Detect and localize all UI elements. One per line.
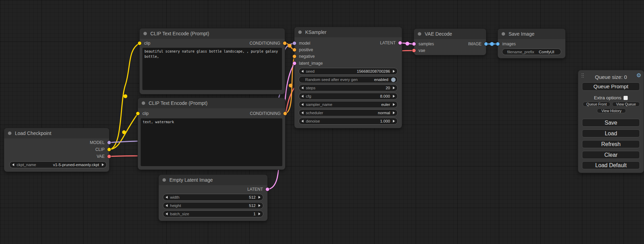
node-title-bar[interactable]: Load Checkpoint bbox=[4, 128, 109, 138]
decrement-arrow-icon[interactable] bbox=[166, 213, 168, 215]
link-dot-conditioning-negative[interactable] bbox=[289, 84, 293, 88]
node-clip-text-encode-positive[interactable]: CLIP Text Encode (Prompt) clip CONDITION… bbox=[140, 28, 285, 94]
decrement-arrow-icon[interactable] bbox=[301, 70, 303, 73]
wire-checkpoint-clip-to-negative-clip bbox=[109, 114, 138, 150]
node-save-image[interactable]: Save Image images filename_prefix ComfyU… bbox=[498, 29, 565, 58]
node-title-bar[interactable]: VAE Decode bbox=[414, 29, 486, 39]
collapse-dot-icon[interactable] bbox=[142, 101, 145, 105]
view-queue-button[interactable]: View Queue bbox=[612, 102, 640, 107]
load-default-button[interactable]: Load Default bbox=[582, 161, 640, 169]
increment-arrow-icon[interactable] bbox=[393, 95, 395, 98]
widget-label: cfg bbox=[306, 94, 311, 98]
positive-input-dot[interactable] bbox=[293, 48, 296, 52]
model-output-dot[interactable] bbox=[107, 141, 111, 144]
samples-input-dot[interactable] bbox=[412, 42, 416, 46]
queue-prompt-button[interactable]: Queue Prompt bbox=[582, 82, 640, 91]
save-button[interactable]: Save bbox=[582, 119, 640, 127]
clip-input-dot[interactable] bbox=[136, 112, 140, 115]
positive-prompt-textarea[interactable]: beautiful scenery nature glass bottle la… bbox=[142, 48, 282, 90]
node-vae-decode[interactable]: VAE Decode samples vae IMAGE bbox=[414, 29, 486, 55]
link-dot-image[interactable] bbox=[490, 42, 494, 46]
scheduler-widget[interactable]: scheduler normal bbox=[299, 109, 398, 116]
increment-arrow-icon[interactable] bbox=[393, 103, 395, 106]
increment-arrow-icon[interactable] bbox=[393, 111, 395, 114]
collapse-dot-icon[interactable] bbox=[418, 32, 421, 36]
vae-output-dot[interactable] bbox=[107, 155, 111, 158]
clear-button[interactable]: Clear bbox=[582, 151, 640, 159]
node-title: CLIP Text Encode (Prompt) bbox=[149, 100, 208, 106]
conditioning-output-dot[interactable] bbox=[283, 42, 286, 45]
node-empty-latent-image[interactable]: Empty Latent Image LATENT width 512 heig… bbox=[159, 175, 267, 221]
widget-value: euler bbox=[381, 102, 390, 107]
clip-output-dot[interactable] bbox=[107, 148, 111, 151]
widget-label: scheduler bbox=[306, 111, 323, 115]
decrement-arrow-icon[interactable] bbox=[166, 196, 168, 199]
node-title-bar[interactable]: CLIP Text Encode (Prompt) bbox=[140, 28, 285, 39]
cfg-widget[interactable]: cfg 8.000 bbox=[299, 93, 398, 100]
view-history-button[interactable]: View History bbox=[597, 108, 626, 113]
vae-input-dot[interactable] bbox=[412, 49, 416, 52]
increment-arrow-icon[interactable] bbox=[258, 213, 261, 215]
images-input-dot[interactable] bbox=[496, 42, 500, 46]
sampler-name-widget[interactable]: sampler_name euler bbox=[299, 101, 398, 108]
collapse-dot-icon[interactable] bbox=[143, 32, 147, 35]
decrement-arrow-icon[interactable] bbox=[166, 204, 168, 207]
input-label: clip bbox=[144, 41, 150, 46]
increment-arrow-icon[interactable] bbox=[393, 87, 395, 89]
link-dot-clip-positive[interactable] bbox=[124, 94, 127, 98]
increment-arrow-icon[interactable] bbox=[393, 120, 395, 123]
output-label: CLIP bbox=[95, 147, 105, 152]
decrement-arrow-icon[interactable] bbox=[12, 163, 14, 166]
increment-arrow-icon[interactable] bbox=[258, 196, 261, 199]
collapse-dot-icon[interactable] bbox=[502, 32, 505, 36]
seed-widget[interactable]: seed 156680208700286 bbox=[299, 68, 398, 75]
latent-output-dot[interactable] bbox=[266, 188, 269, 191]
widget-label: height bbox=[170, 204, 181, 208]
image-output-dot[interactable] bbox=[484, 42, 488, 46]
collapse-dot-icon[interactable] bbox=[298, 30, 302, 34]
decrement-arrow-icon[interactable] bbox=[301, 95, 303, 98]
latent-input-dot[interactable] bbox=[293, 62, 296, 65]
increment-arrow-icon[interactable] bbox=[258, 204, 261, 207]
collapse-dot-icon[interactable] bbox=[162, 178, 166, 182]
conditioning-output-dot[interactable] bbox=[283, 112, 287, 115]
negative-prompt-textarea[interactable]: text, watermark bbox=[141, 118, 282, 166]
decrement-arrow-icon[interactable] bbox=[301, 120, 303, 123]
link-dot-conditioning-positive[interactable] bbox=[288, 44, 292, 48]
node-ksampler[interactable]: KSampler model positive negative latent_… bbox=[294, 27, 402, 128]
extra-options-checkbox[interactable] bbox=[624, 96, 628, 100]
collapse-dot-icon[interactable] bbox=[8, 132, 11, 135]
model-input-dot[interactable] bbox=[293, 42, 296, 45]
node-title-bar[interactable]: CLIP Text Encode (Prompt) bbox=[138, 98, 285, 108]
node-title-bar[interactable]: Empty Latent Image bbox=[159, 175, 267, 185]
filename-prefix-widget[interactable]: filename_prefix ComfyUI bbox=[502, 48, 561, 55]
ckpt-name-widget[interactable]: ckpt_name v1-5-pruned-emaonly.ckpt bbox=[9, 161, 107, 168]
batch-size-widget[interactable]: batch_size 1 bbox=[163, 210, 263, 217]
node-graph-canvas[interactable]: Load Checkpoint MODEL CLIP VAE ckpt_name… bbox=[0, 0, 644, 244]
decrement-arrow-icon[interactable] bbox=[301, 87, 303, 89]
load-button[interactable]: Load bbox=[582, 129, 640, 137]
refresh-button[interactable]: Refresh bbox=[582, 140, 640, 148]
node-clip-text-encode-negative[interactable]: CLIP Text Encode (Prompt) clip CONDITION… bbox=[138, 98, 285, 170]
node-title-bar[interactable]: Save Image bbox=[498, 29, 565, 39]
random-seed-toggle-widget[interactable]: Random seed after every gen enabled bbox=[299, 76, 398, 83]
clip-input-dot[interactable] bbox=[138, 42, 141, 45]
queue-front-button[interactable]: Queue Front bbox=[583, 102, 610, 107]
height-widget[interactable]: height 512 bbox=[163, 202, 263, 209]
node-load-checkpoint[interactable]: Load Checkpoint MODEL CLIP VAE ckpt_name… bbox=[4, 128, 109, 172]
negative-input-dot[interactable] bbox=[293, 55, 296, 58]
width-widget[interactable]: width 512 bbox=[163, 194, 263, 201]
decrement-arrow-icon[interactable] bbox=[301, 103, 303, 106]
latent-output-dot[interactable] bbox=[398, 41, 402, 45]
extra-options-label: Extra options bbox=[594, 95, 621, 100]
link-dot-latent[interactable] bbox=[406, 42, 409, 46]
link-dot-clip-negative[interactable] bbox=[122, 130, 126, 134]
increment-arrow-icon[interactable] bbox=[393, 70, 395, 73]
steps-widget[interactable]: steps 20 bbox=[299, 84, 398, 91]
toggle-knob-icon[interactable] bbox=[391, 78, 396, 82]
node-title-bar[interactable]: KSampler bbox=[294, 27, 402, 37]
decrement-arrow-icon[interactable] bbox=[301, 111, 303, 114]
increment-arrow-icon[interactable] bbox=[102, 163, 104, 166]
settings-gear-icon[interactable]: ⚙ bbox=[636, 73, 641, 78]
denoise-widget[interactable]: denoise 1.000 bbox=[299, 118, 398, 125]
